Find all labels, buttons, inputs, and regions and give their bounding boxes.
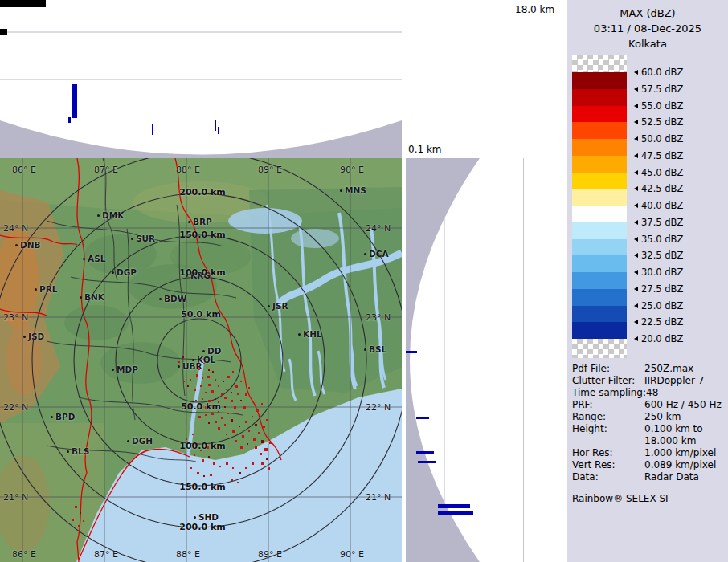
echo-pixel [224,397,227,399]
metadata-label: Clutter Filter: [572,375,635,387]
metadata-value: 0.100 km to [644,423,703,435]
metadata-value: IIRDoppler 7 [644,375,704,387]
dbz-value: 20.0 dBZ [641,333,683,344]
echo-pixel [242,435,244,438]
profile-echo-bar [406,351,417,353]
dbz-value: 52.5 dBZ [641,116,683,128]
scale-tick-arrow-icon [634,70,638,75]
metadata-value: Radar Data [644,471,699,483]
profile-echo-bar [68,117,71,123]
echo-pixel [226,462,228,465]
echo-pixel [78,525,80,527]
dbz-scale-label: 32.5 dBZ [634,250,683,261]
echo-pixel [240,381,242,382]
echo-pixel [218,411,219,413]
metadata-value: 600 Hz / 450 Hz [644,399,722,411]
profile-echo-bar [438,511,473,515]
dbz-value: 27.5 dBZ [641,283,683,295]
echo-pixel [232,430,235,433]
dbz-scale-label: 60.0 dBZ [634,67,683,78]
echo-pixel [252,462,254,465]
echo-pixel [178,361,180,363]
echo-pixel [207,376,210,378]
echo-pixel [243,406,246,409]
dbz-scale-label: 50.0 dBZ [634,133,683,145]
metadata-label: PRF: [572,399,593,411]
scale-tick-arrow-icon [634,270,638,275]
echo-pixel [208,456,210,458]
dbz-value: 45.0 dBZ [641,167,683,178]
profile-top-panel [0,0,402,158]
dbz-scale-label: 40.0 dBZ [634,200,683,211]
dbz-value: 37.5 dBZ [641,217,683,228]
profile-echo-bar [152,124,153,135]
corner-marker [0,0,46,7]
dbz-scale-label: 37.5 dBZ [634,217,683,228]
profile-echo-bar [218,127,219,134]
scale-tick-arrow-icon [634,136,638,141]
echo-pixel [187,385,189,387]
dbz-scale-label: 55.0 dBZ [634,100,683,112]
metadata-label: Height: [572,423,607,435]
echo-pixel [208,384,211,386]
profile-right-panel [402,158,514,562]
scale-tick-arrow-icon [634,120,638,124]
echo-pixel [235,440,237,442]
echo-pixel [239,426,240,427]
profile-echo-bar [72,84,77,118]
metadata-label: Data: [572,471,599,483]
echo-pixel [197,472,199,474]
scale-tick-arrow-icon [634,104,638,108]
echo-pixel [205,392,207,393]
echo-pixel [240,400,242,401]
echo-pixel [213,462,215,465]
echo-pixel [237,393,239,395]
echo-pixel [268,467,270,470]
echo-pixel [200,450,202,451]
echo-pixel [83,520,84,522]
map-panel [0,158,402,562]
echo-pixel [227,376,230,378]
scale-tick-arrow-icon [634,303,638,308]
height-axis-max-label: 18.0 km [515,4,554,15]
metadata-row: PRF:600 Hz / 450 Hz [572,399,726,411]
scale-tick-arrow-icon [634,336,638,341]
dbz-scale-label: 25.0 dBZ [634,300,683,312]
echo-pixel [255,424,257,426]
echo-pixel [264,448,268,451]
echo-pixel [226,389,227,390]
dbz-scale-label: 35.0 dBZ [634,234,683,245]
dbz-value: 42.5 dBZ [641,183,683,194]
metadata-row: Height:0.100 km to [572,423,726,435]
echo-pixel [203,363,205,364]
echo-pixel [208,422,210,424]
echo-pixel [248,387,250,389]
echo-pixel [218,385,219,387]
echo-pixel [247,443,248,445]
metadata-label: Hor Res: [572,447,613,459]
echo-pixel [207,446,209,449]
metadata-row: Time sampling:48 [572,387,726,399]
metadata-label: Time sampling:48 [572,387,658,399]
dbz-scale-label: 45.0 dBZ [634,167,683,178]
dbz-scale-label: 27.5 dBZ [634,283,683,295]
echo-pixel [211,405,213,406]
dbz-value: 55.0 dBZ [641,100,683,112]
scale-tick-arrow-icon [634,87,638,92]
dbz-value: 40.0 dBZ [641,200,683,211]
echo-pixel [203,475,205,477]
echo-pixel [195,443,198,446]
echo-pixel [202,459,204,462]
metadata-value: 250 km [644,411,681,423]
metadata-row: Range:250 km [572,411,726,423]
profile-echo-bar [438,504,470,508]
dbz-value: 22.5 dBZ [641,316,683,328]
echo-pixel [245,393,247,396]
echo-pixel [198,368,200,370]
dbz-value: 57.5 dBZ [641,83,683,95]
dbz-value: 50.0 dBZ [641,133,683,145]
echo-pixel [211,413,214,415]
echo-pixel [261,440,264,443]
echo-pixel [182,356,184,358]
echo-pixel [219,466,221,467]
